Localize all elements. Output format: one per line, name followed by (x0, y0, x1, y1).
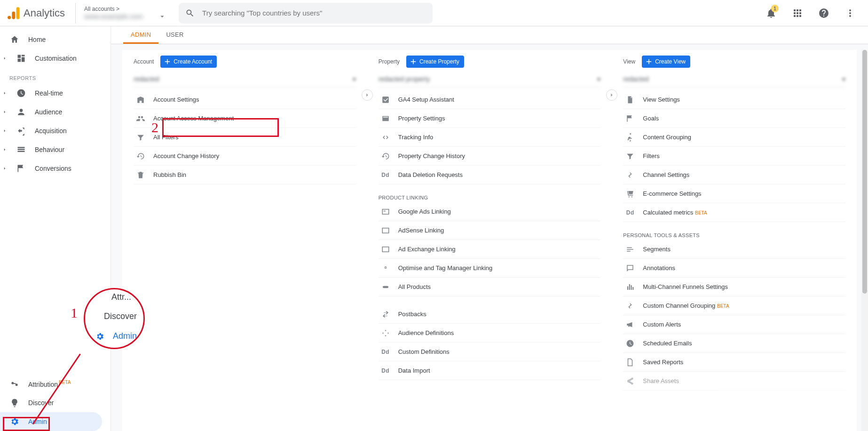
account-switcher[interactable]: All accounts > www.example.com (75, 3, 165, 24)
adx-linking-label: Ad Exchange Linking (398, 246, 456, 253)
gear-icon (9, 417, 20, 426)
channel-settings-item[interactable]: Channel Settings (623, 166, 845, 184)
search-bar[interactable] (179, 3, 433, 24)
ads-icon (380, 208, 391, 216)
nav-customisation[interactable]: Customisation (0, 49, 110, 68)
product-logo[interactable]: Analytics (8, 6, 65, 20)
tab-user[interactable]: USER (158, 26, 191, 44)
mcf-item[interactable]: Multi-Channel Funnels Settings (623, 278, 845, 296)
postbacks-item[interactable]: Postbacks (379, 305, 601, 324)
property-settings-item[interactable]: Property Settings (379, 109, 601, 128)
account-history-item[interactable]: Account Change History (134, 147, 356, 166)
share-assets-item[interactable]: Share Assets (623, 372, 845, 391)
vertical-scrollbar[interactable] (861, 50, 868, 431)
svg-rect-3 (383, 286, 388, 288)
notifications-button[interactable]: 1 (762, 4, 781, 23)
link-icon (380, 283, 391, 291)
content-grouping-item[interactable]: Content Grouping (623, 128, 845, 147)
scheduled-emails-item[interactable]: Scheduled Emails (623, 334, 845, 353)
view-filters-item[interactable]: Filters (623, 147, 845, 166)
nav-audience[interactable]: Audience (0, 103, 110, 121)
account-settings-item[interactable]: Account Settings (134, 90, 356, 109)
file-icon (625, 358, 635, 367)
create-property-button[interactable]: Create Property (406, 56, 464, 68)
custom-def-item[interactable]: Dd Custom Definitions (379, 343, 601, 361)
nav-home[interactable]: Home (0, 30, 110, 49)
cart-icon (625, 190, 635, 198)
card-icon (380, 114, 391, 123)
ecommerce-item[interactable]: E-commerce Settings (623, 184, 845, 203)
nav-customisation-label: Customisation (35, 55, 77, 62)
search-input[interactable] (201, 8, 426, 17)
goals-item[interactable]: Goals (623, 109, 845, 128)
scrollbar-thumb[interactable] (862, 50, 867, 294)
share-assets-label: Share Assets (643, 377, 679, 384)
annotations-item[interactable]: Annotations (623, 259, 845, 278)
audience-def-item[interactable]: Audience Definitions (379, 324, 601, 343)
code-icon (380, 133, 391, 142)
annotation-number-1: 1 (71, 305, 78, 321)
clock-icon (16, 88, 26, 98)
tab-admin[interactable]: ADMIN (123, 26, 158, 44)
chevron-right-icon (2, 166, 8, 171)
swap-icon (380, 310, 391, 319)
tracking-info-item[interactable]: Tracking Info (379, 128, 601, 147)
view-filters-label: Filters (643, 152, 659, 160)
app-header: Analytics All accounts > www.example.com… (0, 0, 868, 26)
adsense-icon (380, 226, 391, 235)
property-selector[interactable]: redacted property▾ (379, 71, 601, 88)
ads-linking-label: Google Ads Linking (398, 208, 451, 215)
create-account-label: Create Account (174, 58, 212, 65)
lightbulb-icon (9, 398, 20, 407)
custom-alerts-item[interactable]: Custom Alerts (623, 315, 845, 334)
people-icon (135, 114, 146, 123)
nav-behaviour-label: Behaviour (35, 146, 64, 153)
trash-icon (135, 171, 146, 179)
property-history-item[interactable]: Property Change History (379, 147, 601, 166)
help-button[interactable] (814, 4, 833, 23)
nav-acquisition[interactable]: Acquisition (0, 121, 110, 140)
ga4-setup-item[interactable]: GA4 Setup Assistant (379, 90, 601, 109)
nav-discover[interactable]: Discover (0, 393, 110, 412)
filter-icon (135, 133, 146, 142)
ads-linking-item[interactable]: Google Ads Linking (379, 202, 601, 221)
segments-item[interactable]: Segments (623, 240, 845, 259)
calc-metrics-item[interactable]: Dd Calculated metricsBETA (623, 203, 845, 222)
account-access-item[interactable]: Account Access Management (134, 109, 356, 128)
flag-icon (625, 114, 635, 123)
notification-badge: 1 (771, 5, 779, 12)
optimise-linking-item[interactable]: Optimise and Tag Manager Linking (379, 259, 601, 278)
adsense-linking-item[interactable]: AdSense Linking (379, 221, 601, 240)
list-icon (16, 145, 26, 154)
custom-channel-item[interactable]: Custom Channel GroupingBETA (623, 296, 845, 315)
data-deletion-item[interactable]: Dd Data Deletion Requests (379, 166, 601, 184)
saved-reports-item[interactable]: Saved Reports (623, 353, 845, 372)
adsense-linking-label: AdSense Linking (398, 227, 444, 234)
file-icon (625, 96, 635, 104)
nav-conversions-label: Conversions (35, 165, 71, 172)
adx-linking-item[interactable]: Ad Exchange Linking (379, 240, 601, 259)
apps-button[interactable] (788, 4, 807, 23)
chevron-right-icon (2, 110, 8, 114)
create-view-button[interactable]: Create View (642, 56, 690, 68)
bars-icon (625, 283, 635, 291)
account-selector[interactable]: redacted▾ (134, 71, 356, 88)
all-products-item[interactable]: All Products (379, 278, 601, 296)
view-selector[interactable]: redacted▾ (623, 71, 845, 88)
more-button[interactable] (841, 4, 860, 23)
all-filters-item[interactable]: All Filters (134, 128, 356, 147)
nav-behaviour[interactable]: Behaviour (0, 140, 110, 159)
svg-point-2 (8, 16, 11, 19)
swap-horiz-icon (625, 302, 635, 310)
create-account-button[interactable]: Create Account (160, 56, 217, 68)
ecommerce-label: E-commerce Settings (643, 190, 701, 197)
left-nav: Home Customisation REPORTS Real-time Aud… (0, 26, 111, 431)
swap-horiz-icon (625, 171, 635, 179)
rubbish-bin-item[interactable]: Rubbish Bin (134, 166, 356, 184)
nav-real-time[interactable]: Real-time (0, 84, 110, 103)
nav-admin[interactable]: Admin (0, 412, 102, 431)
data-import-item[interactable]: Dd Data Import (379, 361, 601, 380)
nav-conversions[interactable]: Conversions (0, 159, 110, 178)
view-settings-item[interactable]: View Settings (623, 90, 845, 109)
personal-tools-label: PERSONAL TOOLS & ASSETS (623, 222, 845, 240)
